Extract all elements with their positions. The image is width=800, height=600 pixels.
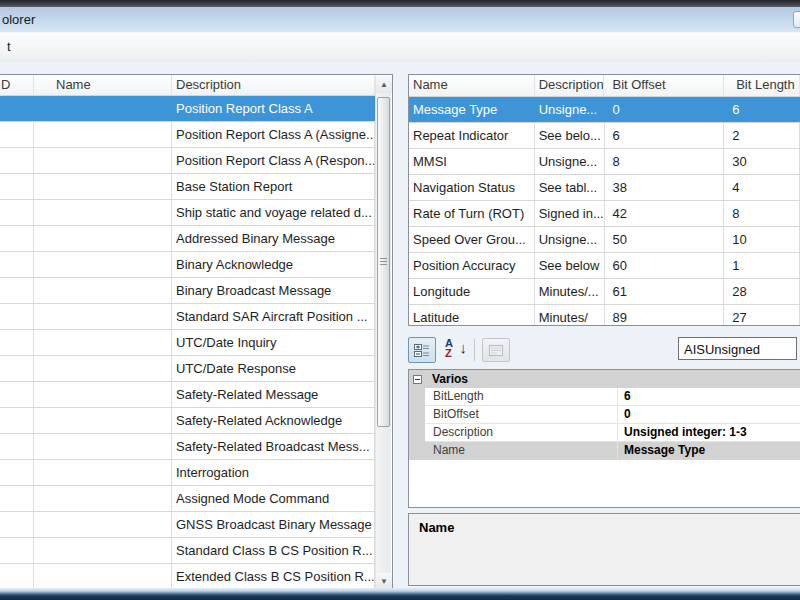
table-row[interactable]: Binary Broadcast Message [0,278,376,304]
scrollbar-grip [380,258,387,267]
titlebar: olorer [0,7,800,33]
table-row[interactable]: Binary Acknowledge [0,252,376,278]
table-row[interactable]: Standard SAR Aircraft Position ... [0,304,376,330]
scroll-up-icon[interactable]: ▲ [376,76,392,93]
table-row[interactable]: MMSI Unsigne... 8 30 [409,149,800,175]
property-row[interactable]: Name Message Type [409,442,800,460]
table-row[interactable]: Latitude Minutes/ 89 27 [409,305,800,326]
column-header-name[interactable]: Name [34,75,172,95]
table-row[interactable]: Message Type Unsigne... 0 6 [409,97,800,123]
column-header-id[interactable]: D [0,75,34,95]
table-row[interactable]: Base Station Report [0,174,376,200]
property-pages-button[interactable] [482,338,510,362]
table-row[interactable]: Assigned Mode Command [0,486,376,512]
column-header-bit-length[interactable]: Bit Length [724,75,800,96]
table-row[interactable]: Position Report Class A (Assigne... [0,122,376,148]
window-control-button[interactable] [793,11,800,28]
field-list-body: Message Type Unsigne... 0 6 Repeat Indic… [409,97,800,326]
categorized-icon [414,343,430,358]
column-header-bit-offset[interactable]: Bit Offset [604,75,724,96]
table-row[interactable]: Addressed Binary Message [0,226,376,252]
column-header-description[interactable]: Description [535,75,605,96]
table-row[interactable]: Ship static and voyage related d... [0,200,376,226]
help-title: Name [419,520,800,535]
window-bottom-border [0,588,800,600]
table-row[interactable]: Standard Class B CS Position R... [0,538,376,564]
vertical-scrollbar[interactable]: ▲ ▼ [375,76,391,590]
table-row[interactable]: Longitude Minutes/... 61 28 [409,279,800,305]
table-row[interactable]: Interrogation [0,460,376,486]
property-rows: BitLength 6 BitOffset 0 Description Unsi… [409,388,800,460]
window-title: olorer [2,7,35,32]
background-window-edge [0,0,800,7]
alphabetical-sort-button[interactable]: A Z ↓ [442,337,470,363]
message-list-header: D Name Description [0,75,376,96]
field-list: Name Description Bit Offset Bit Length M… [408,74,800,326]
column-header-name[interactable]: Name [409,75,535,96]
property-help-panel: Name [408,513,800,586]
alphabetical-sort-icon: A Z ↓ [445,338,467,362]
table-row[interactable]: Extended Class B CS Position R... [0,564,376,590]
menubar: t [0,33,800,62]
table-row[interactable]: Safety-Related Acknowledge [0,408,376,434]
property-pages-icon [489,345,503,356]
table-row[interactable]: Safety-Related Broadcast Mess... [0,434,376,460]
table-row[interactable]: GNSS Broadcast Binary Message [0,512,376,538]
table-row[interactable]: Position Accuracy See below 60 1 [409,253,800,279]
categorized-view-button[interactable] [408,337,436,363]
column-header-description[interactable]: Description [172,75,375,95]
property-row[interactable]: Description Unsigned integer: 1-3 [409,424,800,442]
property-category-row[interactable]: Varios [409,370,800,388]
property-grid-toolbar: A Z ↓ [408,337,800,365]
table-row[interactable]: Safety-Related Message [0,382,376,408]
property-grid: Varios BitLength 6 BitOffset 0 Descripti… [408,369,800,508]
table-row[interactable]: Position Report Class A [0,96,376,122]
message-list-body: Position Report Class A Position Report … [0,96,376,590]
table-row[interactable]: Repeat Indicator See belo... 6 2 [409,123,800,149]
table-row[interactable]: UTC/Date Response [0,356,376,382]
scrollbar-thumb[interactable] [377,97,390,427]
collapse-icon[interactable] [413,375,422,384]
property-row[interactable]: BitLength 6 [409,388,800,406]
field-list-header: Name Description Bit Offset Bit Length [409,75,800,97]
table-row[interactable]: Position Report Class A (Respon... [0,148,376,174]
table-row[interactable]: Speed Over Grou... Unsigne... 50 10 [409,227,800,253]
table-row[interactable]: Rate of Turn (ROT) Signed in... 42 8 [409,201,800,227]
field-type-input[interactable] [678,337,797,360]
message-list: D Name Description Position Report Class… [0,74,393,592]
toolbar-separator [474,339,475,361]
menu-item[interactable]: t [7,33,11,60]
table-row[interactable]: UTC/Date Inquiry [0,330,376,356]
table-row[interactable]: Navigation Status See tabl... 38 4 [409,175,800,201]
category-label: Varios [432,372,468,386]
property-row[interactable]: BitOffset 0 [409,406,800,424]
